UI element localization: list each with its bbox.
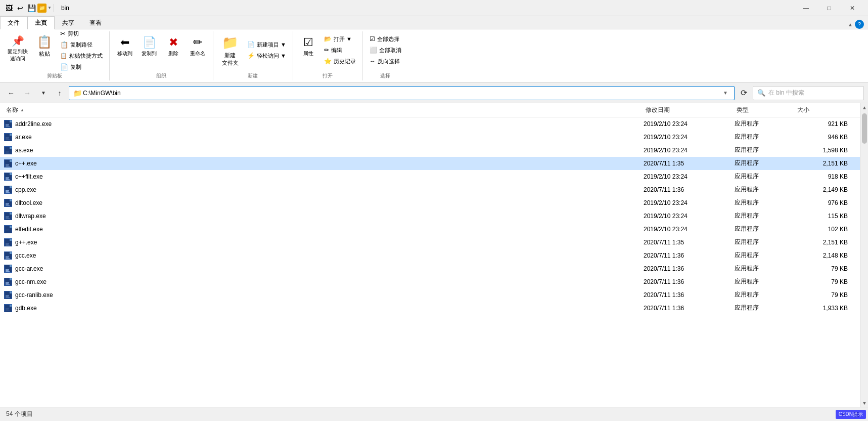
new-small-buttons: 📄新建项目 ▼ ⚡轻松访问 ▼ xyxy=(245,32,289,68)
column-name-header[interactable]: 名称 ▲ xyxy=(4,103,644,117)
table-row[interactable]: elfedit.exe 2019/2/10 23:24 应用程序 102 KB xyxy=(0,223,860,236)
file-name-cell: cpp.exe xyxy=(4,186,644,194)
tab-home[interactable]: 主页 xyxy=(27,16,55,29)
vertical-scrollbar[interactable]: ▲ ▼ xyxy=(860,103,868,407)
table-row[interactable]: cpp.exe 2020/7/11 1:36 应用程序 2,149 KB xyxy=(0,183,860,196)
copy-path-button[interactable]: 📋复制路径 xyxy=(58,39,105,50)
qat-undo-button[interactable]: ↩ xyxy=(15,3,25,13)
qat-new-button[interactable]: 📁 xyxy=(37,4,47,13)
file-name: dllwrap.exe xyxy=(15,213,46,220)
refresh-button[interactable]: ⟳ xyxy=(737,86,751,100)
up-button[interactable]: ↑ xyxy=(53,86,67,100)
column-modified-header[interactable]: 修改日期 xyxy=(644,103,735,117)
col-name-label: 名称 xyxy=(6,106,18,114)
file-name-cell: elfedit.exe xyxy=(4,225,644,233)
table-row[interactable]: as.exe 2019/2/10 23:24 应用程序 1,598 KB xyxy=(0,144,860,157)
table-row[interactable]: ar.exe 2019/2/10 23:24 应用程序 946 KB xyxy=(0,131,860,144)
copy-button[interactable]: 📄复制 xyxy=(58,62,105,72)
paste-button[interactable]: 📋 粘贴 xyxy=(33,32,56,68)
qat-save-button[interactable]: 💾 xyxy=(26,3,36,13)
easy-access-button[interactable]: ⚡轻松访问 ▼ xyxy=(245,51,289,61)
scroll-track[interactable] xyxy=(860,111,868,399)
tab-file[interactable]: 文件 xyxy=(0,16,27,29)
table-row[interactable]: dllwrap.exe 2019/2/10 23:24 应用程序 115 KB xyxy=(0,209,860,223)
file-type: 应用程序 xyxy=(735,119,795,128)
table-row[interactable]: gdb.exe 2020/7/11 1:36 应用程序 1,933 KB xyxy=(0,302,860,315)
table-row[interactable]: addr2line.exe 2019/2/10 23:24 应用程序 921 K… xyxy=(0,117,860,131)
forward-button[interactable]: → xyxy=(20,86,34,100)
window-controls: — □ ✕ xyxy=(794,0,864,16)
ribbon-body: 📌 固定到快速访问 📋 粘贴 ✂剪切 📋复制路径 📋粘贴快捷方式 📄复制 剪贴板… xyxy=(0,29,868,83)
file-type: 应用程序 xyxy=(735,185,795,194)
file-name: gcc-ar.exe xyxy=(15,265,43,272)
ribbon-group-new: 📁 新建 文件夹 📄新建项目 ▼ ⚡轻松访问 ▼ 新建 xyxy=(213,31,293,80)
organize-label: 组织 xyxy=(114,71,209,79)
search-icon: 🔍 xyxy=(757,89,765,97)
select-label: 选择 xyxy=(367,71,404,79)
copy-to-button[interactable]: 📄 复制到 xyxy=(138,32,160,68)
new-folder-button[interactable]: 📁 新建 文件夹 xyxy=(217,32,243,68)
column-type-header[interactable]: 类型 xyxy=(735,103,795,117)
table-row[interactable]: dlltool.exe 2019/2/10 23:24 应用程序 976 KB xyxy=(0,196,860,209)
paste-shortcut-button[interactable]: 📋粘贴快捷方式 xyxy=(58,51,105,61)
help-button[interactable]: ? xyxy=(855,20,864,29)
tab-view[interactable]: 查看 xyxy=(82,16,109,29)
table-row[interactable]: c++filt.exe 2019/2/10 23:24 应用程序 918 KB xyxy=(0,170,860,183)
new-item-button[interactable]: 📄新建项目 ▼ xyxy=(245,39,289,50)
history-button[interactable]: ⭐历史记录 xyxy=(322,56,358,66)
pin-to-quick-access-button[interactable]: 📌 固定到快速访问 xyxy=(4,32,31,68)
select-none-button[interactable]: ⬜全部取消 xyxy=(367,45,404,55)
file-icon xyxy=(4,120,12,128)
maximize-button[interactable]: □ xyxy=(817,0,841,16)
file-icon xyxy=(4,146,12,154)
table-row[interactable]: c++.exe 2020/7/11 1:35 应用程序 2,151 KB xyxy=(0,157,860,170)
ribbon-collapse-btn[interactable]: ▲ xyxy=(848,22,853,27)
address-bar[interactable]: 📁 C:\MinGW\bin ▼ xyxy=(69,86,735,100)
move-to-button[interactable]: ⬅ 移动到 xyxy=(114,32,136,68)
file-size: 79 KB xyxy=(795,265,856,272)
table-row[interactable]: gcc-ranlib.exe 2020/7/11 1:36 应用程序 79 KB xyxy=(0,288,860,302)
file-size: 2,149 KB xyxy=(795,186,856,193)
qat-dropdown-arrow[interactable]: ▼ xyxy=(48,6,52,10)
select-small-buttons: ☑全部选择 ⬜全部取消 ↔反向选择 xyxy=(367,32,404,68)
open-button[interactable]: 📂打开 ▼ xyxy=(322,34,358,44)
file-modified: 2020/7/11 1:36 xyxy=(644,305,735,312)
column-size-header[interactable]: 大小 xyxy=(795,103,856,117)
invert-selection-button[interactable]: ↔反向选择 xyxy=(367,56,404,66)
file-name-cell: dllwrap.exe xyxy=(4,212,644,220)
edit-button[interactable]: ✏编辑 xyxy=(322,45,358,55)
search-box[interactable]: 🔍 在 bin 中搜索 xyxy=(753,86,864,100)
tab-share[interactable]: 共享 xyxy=(55,16,82,29)
table-row[interactable]: gcc.exe 2020/7/11 1:36 应用程序 2,148 KB xyxy=(0,249,860,262)
scroll-down-arrow[interactable]: ▼ xyxy=(860,399,868,407)
delete-button[interactable]: ✖ 删除 xyxy=(162,32,185,68)
file-modified: 2019/2/10 23:24 xyxy=(644,213,735,220)
file-name: gcc-nm.exe xyxy=(15,278,47,285)
table-row[interactable]: gcc-nm.exe 2020/7/11 1:36 应用程序 79 KB xyxy=(0,275,860,288)
window-title: bin xyxy=(61,5,794,12)
file-name-cell: g++.exe xyxy=(4,238,644,246)
minimize-button[interactable]: — xyxy=(794,0,817,16)
close-button[interactable]: ✕ xyxy=(841,0,864,16)
file-modified: 2020/7/11 1:36 xyxy=(644,186,735,193)
organize-content: ⬅ 移动到 📄 复制到 ✖ 删除 ✏ 重命名 xyxy=(114,32,209,70)
file-name: c++.exe xyxy=(15,160,37,167)
table-row[interactable]: g++.exe 2020/7/11 1:35 应用程序 2,151 KB xyxy=(0,236,860,249)
address-dropdown-arrow[interactable]: ▼ xyxy=(721,90,730,96)
file-list[interactable]: 名称 ▲ 修改日期 类型 大小 addr2line.exe 201 xyxy=(0,103,860,407)
properties-button[interactable]: ☑ 属性 xyxy=(297,32,319,68)
file-name-cell: gcc-ar.exe xyxy=(4,265,644,273)
rename-button[interactable]: ✏ 重命名 xyxy=(187,32,209,68)
cut-button[interactable]: ✂剪切 xyxy=(58,28,105,38)
file-name: addr2line.exe xyxy=(15,120,52,128)
select-all-button[interactable]: ☑全部选择 xyxy=(367,34,404,44)
file-name: dlltool.exe xyxy=(15,199,42,206)
back-button[interactable]: ← xyxy=(4,86,18,100)
scroll-up-arrow[interactable]: ▲ xyxy=(860,103,868,111)
recent-locations-button[interactable]: ▼ xyxy=(36,86,51,100)
scroll-thumb[interactable] xyxy=(862,113,867,144)
file-name-cell: gdb.exe xyxy=(4,304,644,312)
file-name-cell: gcc-nm.exe xyxy=(4,278,644,286)
file-type: 应用程序 xyxy=(735,133,795,141)
table-row[interactable]: gcc-ar.exe 2020/7/11 1:36 应用程序 79 KB xyxy=(0,262,860,275)
